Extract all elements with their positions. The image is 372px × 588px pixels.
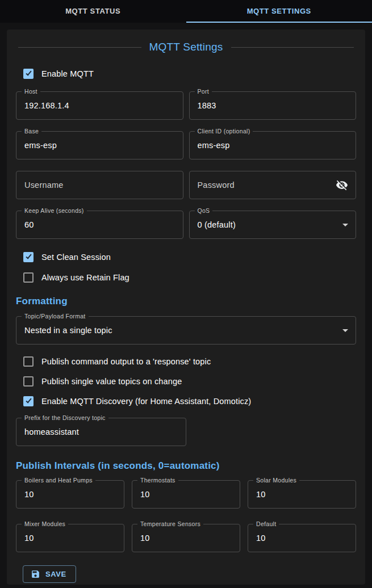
client-id-input[interactable] — [190, 132, 356, 159]
check-icon — [26, 253, 31, 259]
mixer-interval-field: Mixer Modules — [16, 524, 124, 552]
client-id-field: Client ID (optional) — [189, 131, 357, 159]
toggle-password-visibility-button[interactable] — [333, 176, 351, 194]
credentials-row — [16, 171, 356, 199]
base-field: Base — [16, 131, 183, 159]
checkbox-label: Enable MQTT Discovery (for Home Assistan… — [41, 397, 251, 406]
default-interval-field: Default — [248, 524, 356, 552]
set-clean-session-checkbox-row[interactable]: Set Clean Session — [16, 250, 356, 264]
base-input[interactable] — [16, 132, 183, 159]
host-input[interactable] — [16, 92, 183, 119]
base-clientid-row: Base Client ID (optional) — [16, 131, 356, 159]
keep-alive-input[interactable] — [16, 211, 183, 238]
title-divider-right — [231, 47, 354, 48]
field-label: Boilers and Heat Pumps — [22, 477, 95, 484]
discovery-prefix-input[interactable] — [16, 418, 186, 446]
host-port-row: Host Port — [16, 91, 356, 120]
publish-response-checkbox-row[interactable]: Publish command output to a 'response' t… — [16, 355, 356, 368]
field-label: Prefix for the Discovery topic — [22, 414, 108, 422]
field-label: Keep Alive (seconds) — [22, 207, 87, 215]
title-divider-left — [18, 47, 141, 48]
temperature-sensors-interval-input[interactable] — [132, 524, 240, 552]
field-label: Mixer Modules — [22, 520, 68, 528]
checkbox[interactable] — [23, 69, 34, 79]
boilers-interval-input[interactable] — [16, 481, 124, 508]
checkbox[interactable] — [23, 272, 34, 283]
tab-mqtt-settings[interactable]: MQTT SETTINGS — [186, 0, 372, 23]
check-icon — [26, 70, 31, 76]
formatting-checkboxes: Publish command output to a 'response' t… — [16, 355, 356, 408]
publish-intervals-heading: Publish Intervals (in seconds, 0=automat… — [16, 460, 356, 472]
save-button[interactable]: SAVE — [23, 565, 76, 583]
tab-label: MQTT STATUS — [65, 7, 120, 15]
dropdown-arrow-icon — [342, 224, 348, 226]
boilers-interval-field: Boilers and Heat Pumps — [16, 480, 124, 509]
keep-alive-field: Keep Alive (seconds) — [16, 211, 183, 239]
tab-mqtt-status[interactable]: MQTT STATUS — [0, 0, 186, 23]
host-field: Host — [16, 91, 183, 120]
visibility-off-icon — [336, 179, 348, 191]
field-label: Thermostats — [137, 477, 178, 484]
default-interval-input[interactable] — [248, 524, 356, 552]
intervals-row-2: Mixer Modules Temperature Sensors Defaul… — [16, 524, 356, 552]
enable-discovery-checkbox-row[interactable]: Enable MQTT Discovery (for Home Assistan… — [16, 394, 356, 408]
save-icon — [31, 569, 40, 579]
thermostats-interval-input[interactable] — [132, 481, 240, 508]
password-input[interactable] — [190, 171, 356, 199]
port-input[interactable] — [190, 92, 356, 119]
checkbox[interactable] — [23, 396, 34, 406]
dropdown-arrow-icon — [342, 329, 348, 332]
username-input[interactable] — [16, 171, 183, 199]
temperature-sensors-interval-field: Temperature Sensors — [132, 524, 240, 552]
checkbox[interactable] — [23, 376, 34, 387]
checkbox-label: Always use Retain Flag — [41, 273, 129, 282]
field-label: Temperature Sensors — [137, 520, 203, 528]
field-label: Solar Modules — [253, 477, 299, 484]
topic-format-select[interactable]: Topic/Payload Format Nested in a single … — [16, 316, 356, 345]
checkbox[interactable] — [23, 356, 34, 367]
username-field — [16, 171, 183, 199]
field-label: Base — [22, 128, 41, 135]
topic-format-selected-value: Nested in a single topic — [24, 317, 112, 344]
thermostats-interval-field: Thermostats — [132, 480, 240, 509]
checkbox-label: Publish single value topics on change — [41, 377, 182, 386]
check-icon — [26, 397, 31, 404]
checkbox-label: Publish command output to a 'response' t… — [41, 357, 211, 366]
always-retain-checkbox-row[interactable]: Always use Retain Flag — [16, 271, 356, 284]
field-label: Host — [22, 88, 40, 95]
page-title-row: MQTT Settings — [18, 41, 354, 53]
tab-bar: MQTT STATUS MQTT SETTINGS — [0, 0, 372, 23]
mqtt-settings-card: MQTT Settings Enable MQTT Host Port Base… — [7, 30, 365, 585]
save-button-label: SAVE — [45, 570, 66, 578]
password-field — [189, 171, 357, 199]
intervals-row-1: Boilers and Heat Pumps Thermostats Solar… — [16, 480, 356, 509]
formatting-heading: Formatting — [16, 296, 356, 307]
tab-label: MQTT SETTINGS — [247, 7, 311, 15]
qos-selected-value: 0 (default) — [198, 211, 236, 238]
checkbox-label: Set Clean Session — [41, 253, 111, 262]
solar-interval-field: Solar Modules — [248, 480, 356, 509]
solar-interval-input[interactable] — [248, 481, 356, 508]
port-field: Port — [189, 91, 357, 120]
field-label: Client ID (optional) — [195, 128, 253, 135]
enable-mqtt-checkbox-row[interactable]: Enable MQTT — [16, 67, 356, 81]
publish-single-value-checkbox-row[interactable]: Publish single value topics on change — [16, 375, 356, 388]
qos-select[interactable]: QoS 0 (default) — [189, 211, 357, 239]
page-title: MQTT Settings — [149, 41, 223, 53]
mixer-interval-input[interactable] — [16, 524, 124, 552]
discovery-prefix-field: Prefix for the Discovery topic — [16, 418, 186, 446]
checkbox[interactable] — [23, 252, 34, 262]
keepalive-qos-row: Keep Alive (seconds) QoS 0 (default) — [16, 211, 356, 239]
field-label: Default — [253, 520, 279, 528]
field-label: Port — [195, 88, 212, 95]
checkbox-label: Enable MQTT — [41, 69, 94, 78]
